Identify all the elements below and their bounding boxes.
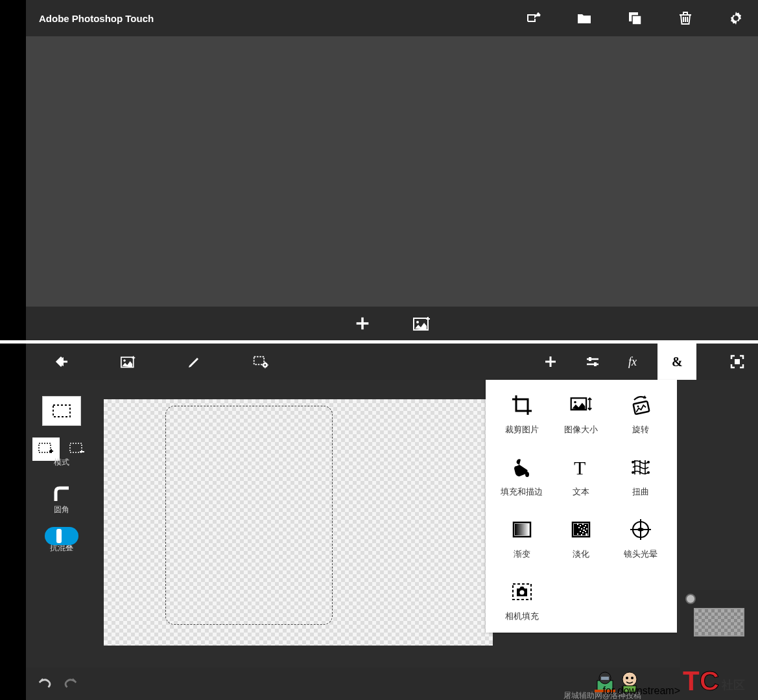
left-letterbox bbox=[0, 0, 26, 340]
svg-text:fx: fx bbox=[628, 355, 637, 368]
svg-point-24 bbox=[647, 461, 650, 463]
svg-rect-32 bbox=[580, 525, 581, 526]
svg-point-8 bbox=[265, 364, 266, 366]
back-arrow-icon[interactable] bbox=[45, 344, 79, 380]
settings-gear-icon[interactable] bbox=[727, 9, 745, 27]
svg-rect-40 bbox=[582, 532, 584, 533]
svg-rect-6 bbox=[254, 356, 264, 364]
paintbucket-icon bbox=[509, 455, 535, 480]
gallery-bottom-bar bbox=[26, 307, 758, 340]
svg-rect-45 bbox=[583, 530, 585, 531]
transform-menu-panel: 裁剪图片 图像大小 旋转 bbox=[486, 380, 677, 633]
rotate-icon bbox=[628, 393, 654, 417]
left-tool-panel: 模式 圆角 抗混叠 bbox=[26, 380, 97, 700]
sliders-icon[interactable] bbox=[576, 344, 610, 380]
app-title: Adobe Photoshop Touch bbox=[39, 13, 154, 24]
svg-rect-16 bbox=[70, 443, 82, 452]
svg-rect-35 bbox=[578, 527, 580, 528]
imagesize-icon bbox=[568, 393, 594, 417]
menu-camerafill[interactable]: 相机填充 bbox=[493, 579, 551, 622]
marquee-tool-button[interactable] bbox=[42, 396, 81, 426]
menu-fade[interactable]: 淡化 bbox=[553, 517, 610, 560]
text-icon: T bbox=[568, 455, 594, 480]
menu-gradient[interactable]: 渐变 bbox=[493, 517, 551, 560]
svg-point-26 bbox=[647, 471, 650, 474]
corner-label: 圆角 bbox=[54, 504, 69, 515]
menu-lensflare[interactable]: 镜头光晕 bbox=[612, 517, 669, 560]
svg-rect-9 bbox=[589, 357, 591, 361]
more-tab-icon[interactable]: & bbox=[657, 344, 696, 380]
svg-rect-37 bbox=[584, 527, 585, 528]
svg-rect-43 bbox=[581, 534, 582, 535]
svg-rect-1 bbox=[632, 16, 641, 25]
selection-marquee[interactable] bbox=[165, 406, 333, 625]
pencil-edit-icon[interactable] bbox=[178, 344, 211, 380]
menu-crop[interactable]: 裁剪图片 bbox=[493, 393, 551, 436]
gallery-screen: Adobe Photoshop Touch bbox=[0, 0, 758, 340]
svg-rect-10 bbox=[594, 362, 597, 366]
svg-rect-15 bbox=[39, 443, 51, 452]
svg-rect-14 bbox=[53, 405, 70, 417]
svg-rect-34 bbox=[585, 525, 586, 526]
mode-label: 模式 bbox=[54, 457, 69, 468]
lensflare-icon bbox=[628, 517, 654, 542]
fade-icon bbox=[568, 517, 594, 542]
svg-point-20 bbox=[637, 406, 639, 408]
svg-rect-38 bbox=[586, 528, 587, 530]
gradient-icon bbox=[509, 517, 535, 542]
svg-rect-19 bbox=[634, 401, 650, 414]
menu-fillstroke[interactable]: 填充和描边 bbox=[493, 455, 551, 498]
antialias-toggle[interactable] bbox=[45, 527, 78, 545]
svg-point-18 bbox=[574, 401, 577, 404]
redo-icon[interactable] bbox=[64, 675, 78, 692]
svg-rect-42 bbox=[577, 533, 578, 535]
svg-point-23 bbox=[632, 461, 634, 463]
editor-header: fx & bbox=[26, 344, 758, 380]
menu-text[interactable]: T 文本 bbox=[553, 455, 610, 498]
layer-thumbnail[interactable] bbox=[694, 608, 744, 636]
svg-point-5 bbox=[123, 360, 125, 362]
folder-icon[interactable] bbox=[575, 9, 593, 27]
crop-icon bbox=[509, 393, 535, 417]
svg-point-25 bbox=[632, 471, 634, 474]
trash-icon[interactable] bbox=[676, 9, 694, 27]
svg-rect-31 bbox=[577, 524, 578, 525]
image-plus-icon[interactable] bbox=[412, 313, 432, 334]
gallery-header: Adobe Photoshop Touch bbox=[26, 0, 758, 36]
svg-text:T: T bbox=[574, 457, 586, 478]
menu-imagesize[interactable]: 图像大小 bbox=[553, 393, 610, 436]
undo-icon[interactable] bbox=[38, 675, 52, 692]
add-image-icon[interactable] bbox=[112, 344, 145, 380]
opacity-slider-knob[interactable] bbox=[685, 594, 696, 604]
warp-icon bbox=[628, 455, 654, 480]
svg-text:&: & bbox=[672, 355, 683, 369]
watermark: for downstream> TC 社区 bbox=[602, 666, 745, 697]
svg-rect-28 bbox=[515, 524, 529, 535]
menu-rotate[interactable]: 旋转 bbox=[612, 393, 669, 436]
copy-icon[interactable] bbox=[626, 9, 644, 27]
svg-point-21 bbox=[525, 472, 529, 477]
svg-rect-41 bbox=[585, 531, 586, 532]
svg-rect-33 bbox=[582, 524, 584, 525]
svg-point-3 bbox=[416, 321, 419, 323]
svg-rect-36 bbox=[581, 528, 582, 530]
gallery-body bbox=[26, 36, 758, 307]
share-icon[interactable] bbox=[525, 9, 543, 27]
menu-warp[interactable]: 扭曲 bbox=[612, 455, 669, 498]
svg-point-49 bbox=[519, 590, 524, 595]
add-plus-icon[interactable] bbox=[534, 344, 567, 380]
canvas[interactable] bbox=[104, 399, 493, 646]
left-letterbox-bottom bbox=[0, 344, 26, 700]
selection-settings-icon[interactable] bbox=[244, 344, 278, 380]
svg-rect-13 bbox=[735, 359, 740, 364]
camerafill-icon bbox=[509, 579, 535, 604]
editor-screen: fx & bbox=[0, 344, 758, 700]
svg-rect-39 bbox=[580, 531, 581, 532]
fullscreen-icon[interactable] bbox=[720, 344, 754, 380]
fx-icon[interactable]: fx bbox=[618, 344, 652, 380]
svg-rect-44 bbox=[586, 533, 587, 535]
add-icon[interactable] bbox=[352, 313, 373, 334]
